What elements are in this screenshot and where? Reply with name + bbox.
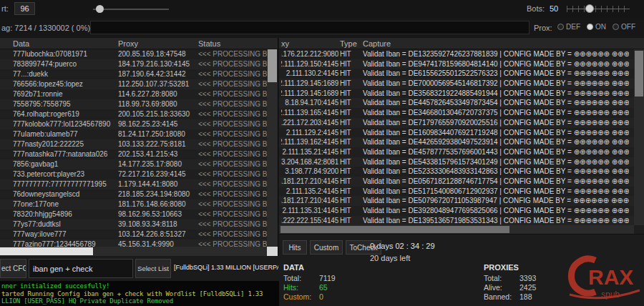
right-table-row[interactable]: 2.111.139.165:4145HITValidat Iban = DE34… (279, 108, 634, 118)
left-table-row[interactable]: 777777777:777777777719951.179.144.41:808… (0, 179, 268, 189)
right-table-row[interactable]: 3.222.222.155:4145HITValidat Iban = DE13… (279, 216, 634, 225)
radio-label: DEF (566, 23, 580, 31)
cell-status: <<< PROCESSING BLO (198, 199, 267, 209)
column-header-data[interactable]: Data (13, 38, 29, 49)
right-table-row[interactable]: 1.221.172.203:4145HITValidat Iban = DE71… (279, 118, 634, 128)
right-table-row[interactable]: 2.111.135.2:4145HITValidat Iban = DE5171… (279, 187, 634, 197)
cell-data: 733.petercort:player23 (13, 169, 116, 179)
hits-button[interactable]: Hits (283, 240, 307, 255)
left-table-row[interactable]: 78320:hhjgg5489698.162.96.53:10663<<< PR… (0, 209, 268, 219)
cell-data: 777way:ilove777 (13, 230, 116, 240)
right-table-row[interactable]: 2.111.135.31:4145HITValidat Iban = DE392… (279, 206, 634, 216)
column-header-status[interactable]: Status (198, 38, 220, 49)
cell-capture: Validat Iban = DE61556255012522576323 | … (363, 69, 629, 79)
left-table-row[interactable]: 77...:duekk187.190.64.42:31442<<< PROCES… (0, 69, 268, 79)
cell-type: HIT (340, 49, 361, 59)
left-table-row[interactable]: 777lubochka:07081971200.85.169.18:47548<… (0, 49, 268, 59)
left-table-row[interactable]: 7856:gavbag114.177.235.17:8080<<< PROCES… (0, 159, 268, 169)
stat-value: 3393 (519, 274, 536, 282)
right-horizontal-scrollbar[interactable] (279, 225, 634, 234)
hits-panel: xy Type Capture 5.176.212.212:9080HITVal… (279, 38, 644, 234)
right-table-row[interactable]: 2.111.129.145:1689HITValidat Iban = DE35… (279, 89, 634, 99)
cell-data: 77ulameb:ulameb77 (13, 129, 116, 139)
right-table-row[interactable]: 8.18.94.170:4145HITValidat Iban = DE4457… (279, 98, 634, 108)
license-days-left: 20 days left (370, 254, 410, 262)
scrollbar-thumb[interactable] (0, 247, 93, 255)
cell-type: HIT (340, 108, 361, 118)
prox-radio-def[interactable]: DEF (557, 23, 580, 31)
left-vertical-scrollbar[interactable] (267, 49, 278, 247)
cell-status: <<< PROCESSING BLO (198, 209, 267, 219)
cell-data: 777azino777:1234456789 (13, 240, 116, 247)
column-header-proxy[interactable]: xy (281, 38, 289, 49)
stat-label: Alive: (484, 283, 519, 292)
bots-slider[interactable] (567, 6, 630, 12)
right-table-row[interactable]: 2.111.130.2:4145HITValidat Iban = DE6155… (279, 69, 634, 79)
cell-capture: Validat Iban = DE13951365719853531343 | … (363, 216, 629, 225)
cell-status: <<< PROCESSING BLO (198, 219, 267, 230)
right-table-row[interactable]: 2.111.129.150:4145HITValidat Iban = DE94… (279, 59, 634, 69)
cell-type: HIT (340, 98, 361, 108)
cell-proxy: 202.153.41.215:43 (118, 149, 196, 159)
cell-type: HIT (340, 128, 361, 138)
radio-label: ON (595, 23, 606, 31)
left-table-row[interactable]: 77one:177one181.176.148.66:8080<<< PROCE… (0, 199, 268, 209)
left-table-row[interactable]: 766566:lopez45:lopez112.250.107.37:53281… (0, 79, 268, 89)
config-name-input[interactable] (29, 259, 133, 278)
right-table-row[interactable]: 4.181.217.210:4145HITValidat Iban = DE50… (279, 196, 634, 206)
cell-capture: Validat Iban = DE51715400806712902937 | … (363, 187, 629, 197)
cell-data: 7558795:7558795 (13, 99, 116, 109)
right-table-row[interactable]: 2.111.139.162:4145HITValidat Iban = DE44… (279, 137, 634, 147)
prox-radio-off[interactable]: OFF (613, 23, 635, 31)
slider-thumb-icon[interactable] (96, 5, 104, 13)
left-table-row[interactable]: 777kolobok777:lol123456789098.162.25.23:… (0, 119, 268, 129)
cell-type: HIT (340, 177, 361, 187)
cell-type: HIT (340, 196, 361, 206)
threads-value-box[interactable]: 96 (14, 2, 35, 15)
left-table-row[interactable]: 7838997474:puerco184.179.216.130:4145<<<… (0, 59, 268, 69)
custom-button[interactable]: Custom (310, 240, 343, 255)
cell-capture: Validat Iban = DE44578264533497873454 | … (363, 98, 629, 108)
prox-radio-on[interactable]: ON (587, 23, 606, 31)
cell-proxy: 45.156.31.4:9990 (118, 240, 196, 247)
select-cfg-button[interactable]: ect CFG (0, 259, 26, 278)
right-table-row[interactable]: 2.111.129.2:4145HITValidat Iban = DE1609… (279, 128, 634, 138)
left-table-row[interactable]: 733.petercort:player2372.217.216.239:414… (0, 169, 268, 179)
scrollbar-thumb[interactable] (268, 49, 277, 82)
cell-proxy: 2.111.129.145:1689 (281, 79, 338, 89)
threads-slider[interactable] (93, 9, 169, 10)
cell-type: HIT (340, 69, 361, 79)
column-header-type[interactable]: Type (340, 38, 357, 49)
right-table-row[interactable]: 3.204.168.42:8081HITValidat Iban = DE543… (279, 157, 634, 167)
cell-proxy: 2.111.130.2:4145 (281, 69, 338, 79)
right-vertical-scrollbar[interactable] (634, 49, 644, 225)
right-table-row[interactable]: 3.198.77.84:9200HITValidat Iban = DE5233… (279, 167, 634, 177)
left-table-row[interactable]: 777way:ilove777103.124.226.8:51327<<< PR… (0, 230, 268, 240)
cell-type: HIT (340, 167, 361, 177)
cell-type: HIT (340, 157, 361, 167)
left-table-row[interactable]: 764.rolhapt:roger619200.105.215.18:33630… (0, 109, 268, 119)
left-table-row[interactable]: 76downeystangelscd218.185.234.194:8080<<… (0, 189, 268, 199)
left-table-row[interactable]: 777natashka777:natanata026202.153.41.215… (0, 149, 268, 159)
cell-status: <<< PROCESSING BLO (198, 240, 267, 247)
scrollbar-thumb[interactable] (635, 51, 643, 97)
right-table-row[interactable]: 4.181.217.210:4145HITValidat Iban = DE05… (279, 177, 634, 187)
column-header-capture[interactable]: Capture (363, 38, 391, 49)
left-table-row[interactable]: 777nasty2012:222225103.133.222.75:8181<<… (0, 139, 268, 149)
left-horizontal-scrollbar[interactable] (0, 247, 268, 256)
bots-slider-thumb-icon[interactable] (585, 4, 594, 13)
left-table-row[interactable]: 777azino777:123445678945.156.31.4:9990<<… (0, 240, 268, 247)
left-table-row[interactable]: 77ulameb:ulameb7781.24.117.250:18080<<< … (0, 129, 268, 139)
column-header-proxy[interactable]: Proxy (118, 38, 138, 49)
right-table-row[interactable]: 5.176.212.212:9080HITValidat Iban = DE13… (279, 49, 634, 59)
top-toolbar: rt: 96 Bots: 50 (0, 0, 644, 18)
select-list-button[interactable]: Select List (135, 259, 171, 278)
right-table-row[interactable]: 2.111.129.145:1689HITValidat Iban = DE70… (279, 79, 634, 89)
left-table-row[interactable]: 7558795:7558795118.99.73.69:8080<<< PROC… (0, 99, 268, 109)
right-table-row[interactable]: 2.111.135.21:4145HITValidat Iban = DE457… (279, 147, 634, 157)
cell-type: HIT (340, 216, 361, 225)
stat-row: Alive:2425 (484, 283, 536, 292)
left-table-row[interactable]: 77ys77:dudtksl39.108.93.34:8118<<< PROCE… (0, 219, 268, 230)
scrollbar-thumb[interactable] (280, 226, 509, 233)
left-table-row[interactable]: 7692b71:ronnie114.6.227.28:8080<<< PROCE… (0, 89, 268, 99)
